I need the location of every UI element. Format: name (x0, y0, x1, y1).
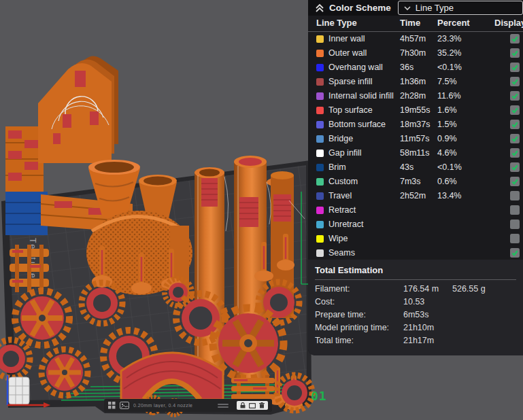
display-checkbox[interactable] (510, 162, 520, 172)
line-type-row: Retract (308, 203, 523, 217)
estimation-label: Prepare time: (315, 310, 366, 319)
line-type-color-swatch (316, 178, 324, 186)
estimation-row: Total time: 21h17m (315, 334, 516, 347)
estimation-value: 21h17m (403, 336, 434, 345)
estimation-row: Cost: 10.53 (315, 296, 516, 309)
plate-info-text: 0.20mm layer, 0.4 nozzle (133, 403, 192, 408)
display-checkbox[interactable] (510, 248, 520, 258)
display-checkbox[interactable] (510, 234, 520, 243)
line-type-color-swatch (316, 50, 324, 57)
line-type-time: 58m11s (400, 148, 430, 158)
col-time: Time (400, 18, 420, 28)
estimation-value: 6m53s (403, 310, 429, 319)
line-type-row: Travel 2h52m 13.4% (308, 189, 523, 203)
delete-plate-icon[interactable] (259, 402, 265, 408)
line-type-color-swatch (316, 221, 324, 228)
col-display: Display (494, 18, 523, 28)
display-checkbox[interactable] (510, 220, 520, 229)
col-line-type: Line Type (316, 18, 357, 28)
view-type-dropdown[interactable]: Line Type (398, 1, 523, 15)
display-checkbox[interactable] (510, 148, 520, 158)
line-type-time: 19m55s (400, 105, 430, 115)
slab-stack-object (5, 126, 44, 192)
line-type-label: Retract (328, 205, 356, 215)
display-checkbox[interactable] (510, 63, 520, 72)
estimation-label: Filament: (315, 284, 350, 294)
line-type-percent: 35.2% (437, 48, 461, 58)
display-checkbox[interactable] (510, 177, 520, 186)
lock-icon[interactable] (240, 402, 246, 408)
line-type-percent: <0.1% (437, 63, 462, 72)
plate-stats-text (218, 404, 229, 408)
check-icon (511, 149, 519, 157)
line-type-row: Custom 7m3s 0.6% (308, 175, 523, 189)
line-type-color-swatch (316, 235, 324, 243)
line-type-row: Brim 43s <0.1% (308, 160, 523, 175)
line-type-label: Outer wall (328, 48, 367, 58)
line-type-label: Travel (328, 191, 352, 200)
check-icon (511, 49, 519, 57)
line-type-color-swatch (316, 164, 324, 171)
check-icon (511, 177, 519, 186)
line-type-color-swatch (316, 192, 324, 200)
display-checkbox[interactable] (510, 205, 520, 215)
display-checkbox[interactable] (510, 134, 520, 143)
line-type-label: Top surface (328, 105, 373, 115)
check-icon (511, 120, 519, 128)
plate-image-icon[interactable] (120, 402, 129, 409)
line-type-time: 11m57s (400, 134, 430, 143)
estimation-row: Filament: 176.54 m 526.55 g (315, 283, 516, 296)
line-type-label: Bridge (328, 134, 353, 143)
estimation-row: Model printing time: 21h10m (315, 321, 516, 334)
view-type-value: Line Type (416, 3, 454, 13)
line-type-time: 2h52m (400, 191, 426, 200)
estimation-value: 10.53 (403, 297, 424, 307)
line-type-row: Top surface 19m55s 1.6% (308, 103, 523, 118)
display-checkbox[interactable] (510, 48, 520, 58)
check-icon (511, 106, 519, 114)
estimation-value-2: 526.55 g (452, 284, 486, 294)
line-type-color-swatch (316, 121, 324, 128)
line-type-time: 36s (400, 63, 414, 72)
panel-header: Color Scheme Line Type (308, 0, 523, 16)
display-checkbox[interactable] (510, 91, 520, 101)
estimation-value: 176.54 m (403, 284, 439, 294)
line-type-label: Wipe (328, 234, 348, 243)
line-type-time: 7m3s (400, 177, 421, 186)
display-checkbox[interactable] (510, 120, 520, 129)
collapse-panel-icon[interactable] (315, 3, 324, 14)
display-checkbox[interactable] (510, 191, 520, 200)
check-icon (511, 135, 519, 143)
line-type-row: Wipe (308, 232, 523, 246)
plate-settings-icon[interactable] (108, 402, 116, 409)
line-type-table: Inner wall 4h57m 23.3% Outer wall 7h30m … (308, 32, 523, 260)
line-type-color-swatch (316, 249, 324, 257)
line-type-color-swatch (316, 78, 324, 86)
estimation-label: Cost: (315, 297, 335, 307)
col-percent: Percent (437, 18, 470, 28)
line-type-percent: 1.6% (437, 105, 457, 115)
line-type-percent: 0.6% (437, 177, 457, 186)
line-type-color-swatch (316, 207, 324, 214)
line-type-row: Bridge 11m57s 0.9% (308, 132, 523, 146)
panel-title: Color Scheme (329, 3, 391, 13)
line-type-row: Unretract (308, 217, 523, 232)
estimation-row: Prepare time: 6m53s (315, 309, 516, 321)
line-type-percent: 0.9% (437, 134, 457, 143)
total-estimation-rows: Filament: 176.54 m 526.55 g Cost: 10.53 … (315, 280, 516, 347)
line-type-label: Unretract (328, 220, 363, 229)
display-checkbox[interactable] (510, 34, 520, 43)
line-type-label: Brim (328, 162, 346, 172)
line-type-time: 18m37s (400, 120, 430, 129)
total-estimation-title: Total Estimation (315, 265, 516, 280)
check-icon (511, 249, 519, 257)
line-type-row: Sparse infill 1h36m 7.5% (308, 75, 523, 89)
line-type-row: Internal solid infill 2h28m 11.6% (308, 89, 523, 103)
line-type-label: Gap infill (328, 148, 362, 158)
display-checkbox[interactable] (510, 105, 520, 115)
line-type-time: 1h36m (400, 77, 426, 86)
plate-view-icon[interactable] (249, 403, 256, 408)
display-checkbox[interactable] (510, 77, 520, 86)
check-icon (511, 63, 519, 71)
check-icon (511, 35, 519, 43)
